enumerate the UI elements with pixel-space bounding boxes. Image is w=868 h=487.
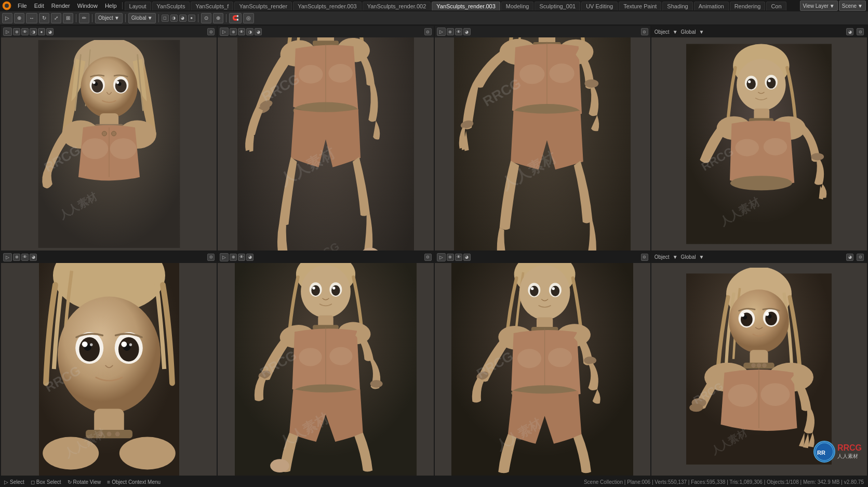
tab-animation[interactable]: Animation (694, 2, 729, 10)
viewport-far-right-top[interactable]: Object ▼ Global ▼ ◕ ⊙ (651, 26, 867, 251)
object-mode-select[interactable]: Object ▼ (95, 13, 123, 23)
tab-yansculpts-render-003-active[interactable]: YanSculpts_render.003 (432, 2, 500, 10)
snap-btn[interactable]: 🧲 (229, 13, 242, 23)
vp-tl-shading[interactable]: ◕ (46, 28, 54, 35)
vp-tm-select-btn[interactable]: ▷ (220, 28, 229, 36)
object-context-btn[interactable]: ≡ Object Context Menu (107, 479, 161, 485)
vp-tl-icon1[interactable]: ⊕ (13, 28, 20, 35)
view-layer-selector[interactable]: View Layer ▼ (800, 1, 838, 11)
vp-tm-shading[interactable]: ◕ (255, 28, 262, 35)
vp-br-icon1[interactable]: ⊕ (447, 254, 454, 261)
rotate-view-status-btn[interactable]: ↻ Rotate View (68, 479, 101, 485)
tab-modeling[interactable]: Modeling (501, 2, 534, 10)
vp-bm-select-btn[interactable]: ▷ (220, 253, 229, 261)
vp-br-select-btn[interactable]: ▷ (437, 253, 446, 261)
vp-tm-figure: RRCG 人人素材 RRCG (237, 37, 414, 251)
vp-tr-shading[interactable]: ◕ (463, 28, 471, 35)
tab-yansculpts-render-003[interactable]: YanSculpts_render.003 (293, 2, 362, 10)
proportional-btn[interactable]: ◎ (243, 13, 254, 23)
vp-tr-select-btn[interactable]: ▷ (437, 28, 446, 36)
vp-bm-icon2[interactable]: 👁 (238, 254, 245, 261)
vp-frb-canvas[interactable]: RRCG 人人素材 RR RRCG 人人素材 (651, 263, 867, 476)
vp-frt-canvas[interactable]: RRCG 人人素材 (651, 37, 867, 251)
viewport-top-middle[interactable]: ▷ ⊕ 👁 ◑ ◕ ⊙ (218, 26, 433, 251)
tab-yansculpts-render-002[interactable]: YanSculpts_render.002 (363, 2, 431, 10)
tab-yansculpts[interactable]: YanSculpts (152, 2, 190, 10)
gizmo-btn[interactable]: ⊕ (213, 13, 223, 23)
vp-tl-canvas[interactable]: RRCG 人人素材 (1, 37, 217, 251)
select-status-btn[interactable]: ▷ Select (4, 479, 24, 485)
tab-rendering[interactable]: Rendering (730, 2, 766, 10)
viewport-bottom-right[interactable]: ▷ ⊕ 👁 ◕ ⊙ (435, 252, 650, 476)
vp-frb-shading[interactable]: ◕ (846, 254, 853, 261)
scale-btn[interactable]: ⤢ (51, 13, 61, 23)
cursor-btn[interactable]: ⊕ (14, 13, 24, 23)
viewport-top-right[interactable]: ▷ ⊕ 👁 ◕ ⊙ (435, 26, 650, 251)
menu-help[interactable]: Help (102, 2, 120, 10)
menu-window[interactable]: Window (74, 2, 101, 10)
menu-file[interactable]: File (15, 2, 30, 10)
viewport-shading-solid[interactable]: ◑ (170, 15, 178, 22)
vp-br-overlay[interactable]: ⊙ (641, 254, 648, 261)
transform-btn[interactable]: ⊞ (63, 13, 73, 23)
scene-selector[interactable]: Scene ▼ (839, 1, 866, 11)
vp-bl-select-btn[interactable]: ▷ (3, 253, 12, 261)
tab-shading[interactable]: Shading (662, 2, 692, 10)
global-select[interactable]: Global ▼ (128, 13, 156, 23)
vp-frt-shading[interactable]: ◕ (846, 28, 853, 35)
vp-tr-canvas[interactable]: RRCG 人人素材 (435, 37, 650, 251)
annotation-btn[interactable]: ✏ (79, 13, 89, 23)
tab-con[interactable]: Con (766, 2, 786, 10)
viewport-shading-render[interactable]: ● (188, 15, 195, 22)
vp-bl-icon2[interactable]: 👁 (21, 254, 29, 261)
vp-tr-overlay[interactable]: ⊙ (641, 28, 648, 35)
vp-frb-overlay[interactable]: ⊙ (857, 254, 864, 261)
vp-br-canvas[interactable]: RRCG 人人素材 (435, 263, 650, 476)
viewport-shading-mat[interactable]: ◕ (179, 15, 186, 22)
tab-layout[interactable]: Layout (125, 2, 151, 10)
viewport-far-right-bottom[interactable]: Object ▼ Global ▼ ◕ ⊙ (651, 252, 867, 476)
vp-frt-overlay[interactable]: ⊙ (857, 28, 864, 35)
vp-tm-icon3[interactable]: ◑ (246, 28, 253, 35)
vp-tm-canvas[interactable]: RRCG 人人素材 RRCG (218, 37, 433, 251)
viewport-bottom-left[interactable]: ▷ ⊕ 👁 ◕ ⊙ (1, 252, 217, 476)
viewport-top-left[interactable]: ▷ ⊕ 👁 ◑ ● ◕ ⊙ (1, 26, 217, 251)
vp-br-shading[interactable]: ◕ (463, 254, 471, 261)
vp-bm-canvas[interactable]: RRCG 人人素材 (218, 263, 433, 476)
app-icon[interactable] (2, 1, 11, 10)
vp-tl-icon3[interactable]: ◑ (30, 28, 37, 35)
tab-yansculpts-render[interactable]: YanSculpts_render (234, 2, 292, 10)
vp-bl-overlay[interactable]: ⊙ (207, 254, 215, 261)
select-mode-btn[interactable]: ▷ (2, 13, 12, 23)
tab-sculpting[interactable]: Sculpting_001 (535, 2, 580, 10)
tab-texture-paint[interactable]: Texture Paint (619, 2, 661, 10)
vp-bm-icon1[interactable]: ⊕ (230, 254, 237, 261)
menu-edit[interactable]: Edit (31, 2, 47, 10)
move-btn[interactable]: ↔ (26, 13, 37, 23)
viewport-shading-wire[interactable]: ◻ (162, 15, 169, 22)
svg-point-172 (757, 363, 762, 368)
vp-tm-overlay[interactable]: ⊙ (424, 28, 432, 35)
vp-bl-canvas[interactable]: RRCG 人人素材 (1, 263, 217, 476)
vp-tr-icon2[interactable]: 👁 (455, 28, 462, 35)
svg-point-177 (761, 383, 790, 406)
vp-tl-select-btn[interactable]: ▷ (3, 28, 12, 36)
menu-render[interactable]: Render (48, 2, 73, 10)
rotate-btn[interactable]: ↻ (39, 13, 49, 23)
vp-br-icon2[interactable]: 👁 (455, 254, 462, 261)
vp-tl-icon4[interactable]: ● (38, 28, 45, 35)
tab-uv-editing[interactable]: UV Editing (581, 2, 618, 10)
vp-tl-overlay[interactable]: ⊙ (207, 28, 215, 35)
tab-yansculpts-f[interactable]: YanSculpts_f (191, 2, 233, 10)
vp-bl-shading[interactable]: ◕ (30, 254, 37, 261)
box-select-status-btn[interactable]: ◻ Box Select (31, 479, 61, 485)
vp-bm-shading[interactable]: ◕ (246, 254, 253, 261)
vp-tl-icon2[interactable]: 👁 (21, 28, 29, 35)
vp-tr-icon1[interactable]: ⊕ (447, 28, 454, 35)
vp-bm-overlay[interactable]: ⊙ (424, 254, 432, 261)
vp-bl-icon1[interactable]: ⊕ (13, 254, 20, 261)
overlay-btn[interactable]: ⊙ (201, 13, 211, 23)
vp-tm-icon1[interactable]: ⊕ (230, 28, 237, 35)
viewport-bottom-middle[interactable]: ▷ ⊕ 👁 ◕ ⊙ (218, 252, 433, 476)
vp-tm-icon2[interactable]: 👁 (238, 28, 245, 35)
